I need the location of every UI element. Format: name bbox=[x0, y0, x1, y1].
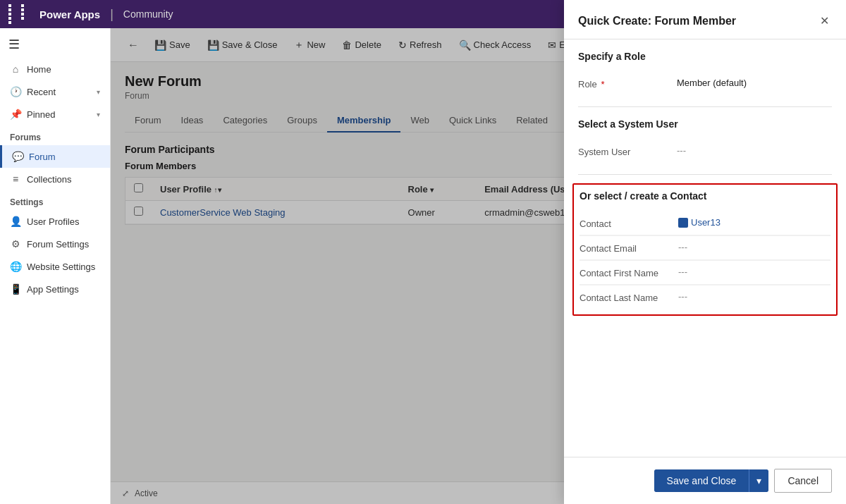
contact-last-name-field: Contact Last Name --- bbox=[580, 285, 830, 309]
sidebar-item-home[interactable]: ⌂ Home bbox=[0, 58, 110, 80]
sidebar-item-pinned[interactable]: 📌 Pinned ▾ bbox=[0, 103, 110, 125]
pinned-icon: 📌 bbox=[10, 109, 21, 120]
select-contact-section: Or select / create a Contact Contact Use… bbox=[572, 183, 838, 316]
chevron-down-icon: ▾ bbox=[97, 88, 100, 96]
save-close-group: Save and Close ▾ bbox=[654, 469, 769, 492]
select-system-user-title: Select a System User bbox=[578, 118, 832, 130]
chevron-down-icon-pinned: ▾ bbox=[97, 111, 100, 118]
settings-section-label: Settings bbox=[0, 190, 110, 210]
recent-icon: 🕐 bbox=[10, 86, 21, 97]
hamburger-menu[interactable]: ☰ bbox=[0, 31, 110, 58]
role-label: Role * bbox=[578, 78, 677, 90]
role-required-indicator: * bbox=[601, 79, 604, 90]
sidebar-item-forum[interactable]: 💬 Forum bbox=[0, 145, 110, 168]
sidebar-item-collections-label: Collections bbox=[27, 174, 72, 185]
quick-create-panel: Quick Create: Forum Member ✕ Specify a R… bbox=[564, 0, 846, 504]
forums-section-label: Forums bbox=[0, 125, 110, 145]
quick-create-body: Specify a Role Role * Member (default) S… bbox=[564, 39, 846, 457]
contact-last-name-value[interactable]: --- bbox=[678, 291, 830, 302]
quick-create-footer: Save and Close ▾ Cancel bbox=[564, 457, 846, 504]
contact-first-name-value[interactable]: --- bbox=[678, 266, 830, 277]
contact-last-name-label: Contact Last Name bbox=[580, 291, 678, 303]
forum-icon: 💬 bbox=[12, 151, 23, 162]
environment-name: Community bbox=[123, 8, 173, 20]
sidebar-item-website-settings[interactable]: 🌐 Website Settings bbox=[0, 255, 110, 278]
home-icon: ⌂ bbox=[10, 63, 21, 75]
system-user-value[interactable]: --- bbox=[677, 145, 832, 156]
sidebar-item-app-settings-label: App Settings bbox=[27, 284, 79, 295]
sidebar-item-forum-settings-label: Forum Settings bbox=[27, 239, 89, 250]
contact-first-name-field: Contact First Name --- bbox=[580, 261, 830, 285]
contact-label: Contact bbox=[580, 217, 678, 229]
sidebar-item-user-profiles[interactable]: 👤 User Profiles bbox=[0, 210, 110, 233]
contact-email-value[interactable]: --- bbox=[678, 242, 830, 252]
sidebar-item-forum-settings[interactable]: ⚙ Forum Settings bbox=[0, 233, 110, 255]
sidebar-item-app-settings[interactable]: 📱 App Settings bbox=[0, 278, 110, 300]
specify-role-section: Specify a Role Role * Member (default) bbox=[564, 39, 846, 106]
sidebar-item-recent[interactable]: 🕐 Recent ▾ bbox=[0, 80, 110, 103]
save-close-dropdown-button[interactable]: ▾ bbox=[749, 469, 768, 492]
user-profiles-icon: 👤 bbox=[10, 216, 21, 227]
website-settings-icon: 🌐 bbox=[10, 261, 21, 272]
specify-role-title: Specify a Role bbox=[578, 51, 832, 62]
contact-email-field: Contact Email --- bbox=[580, 236, 830, 260]
select-system-user-section: Select a System User System User --- bbox=[564, 107, 846, 174]
quick-create-header: Quick Create: Forum Member ✕ bbox=[564, 0, 846, 39]
sidebar-item-user-profiles-label: User Profiles bbox=[27, 216, 79, 227]
sidebar-item-website-settings-label: Website Settings bbox=[27, 262, 95, 272]
sidebar-item-pinned-label: Pinned bbox=[27, 109, 55, 120]
contact-field: Contact User13 bbox=[580, 211, 830, 235]
sidebar: ☰ ⌂ Home 🕐 Recent ▾ 📌 Pinned ▾ Forums 💬 … bbox=[0, 28, 111, 504]
role-field: Role * Member (default) bbox=[578, 72, 832, 95]
system-user-field: System User --- bbox=[578, 140, 832, 163]
select-contact-title: Or select / create a Contact bbox=[580, 190, 830, 202]
contact-first-name-label: Contact First Name bbox=[580, 266, 678, 278]
sidebar-item-recent-label: Recent bbox=[27, 87, 56, 97]
contact-email-label: Contact Email bbox=[580, 242, 678, 254]
system-user-label: System User bbox=[578, 145, 677, 157]
save-and-close-button[interactable]: Save and Close bbox=[654, 469, 749, 492]
sidebar-item-home-label: Home bbox=[27, 64, 51, 75]
contact-value[interactable]: User13 bbox=[678, 217, 830, 228]
quick-create-close-button[interactable]: ✕ bbox=[817, 11, 832, 30]
contact-user-icon bbox=[678, 218, 688, 228]
app-name: Power Apps bbox=[39, 8, 100, 20]
sidebar-item-collections[interactable]: ≡ Collections bbox=[0, 168, 110, 190]
forum-settings-icon: ⚙ bbox=[10, 238, 21, 250]
sidebar-item-forum-label: Forum bbox=[29, 152, 56, 162]
collections-icon: ≡ bbox=[10, 173, 21, 185]
app-grid-icon[interactable] bbox=[8, 4, 32, 24]
divider-2 bbox=[578, 174, 832, 175]
app-settings-icon: 📱 bbox=[10, 283, 21, 295]
cancel-button[interactable]: Cancel bbox=[774, 469, 832, 493]
quick-create-title: Quick Create: Forum Member bbox=[578, 15, 736, 27]
role-value[interactable]: Member (default) bbox=[677, 78, 832, 88]
